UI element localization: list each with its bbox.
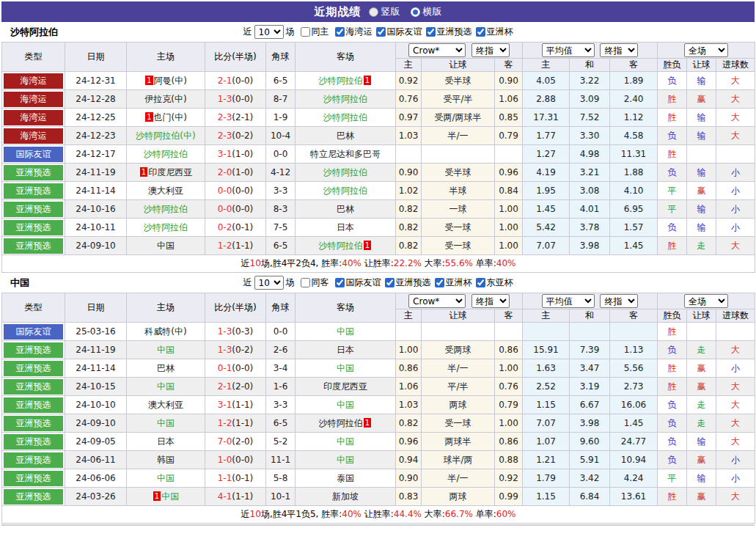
final-index-select-4[interactable]: 终指 — [600, 294, 638, 308]
cell-away-team: 沙特阿拉伯 — [296, 182, 396, 200]
col-result: 胜负 — [658, 309, 687, 323]
match-row: 海湾运24-12-23沙特阿拉伯(中)2-3(0-2)10-4巴林1.03半/一… — [2, 127, 755, 145]
col-date: 日期 — [65, 293, 127, 323]
cell-avg-away: 16.06 — [610, 396, 658, 414]
league-filter[interactable]: 海湾运 — [331, 26, 373, 38]
bookmaker-odds-group: Crow* 终指 — [396, 293, 523, 309]
league-checkbox[interactable] — [435, 278, 444, 287]
cell-handicap-result: 输 — [687, 200, 716, 219]
same-home-filter[interactable]: 同主 — [297, 26, 329, 38]
fulltime-select[interactable]: 全场 — [684, 43, 728, 57]
col-away: 客场 — [296, 293, 396, 323]
cell-home-odds: 0.96 — [396, 433, 422, 451]
final-index-select-3[interactable]: 终指 — [471, 294, 510, 308]
cell-result: 胜 — [658, 323, 687, 341]
cell-date: 24-11-19 — [65, 164, 127, 182]
league-label: 海湾运 — [346, 26, 373, 38]
summary-segment: 大率: — [422, 509, 445, 519]
team-label: 科威特(中) — [144, 326, 186, 337]
match-row: 海湾运24-12-28伊拉克(中)1-3(0-0)8-7沙特阿拉伯0.76受平/… — [2, 90, 755, 109]
final-index-select[interactable]: 终指 — [471, 43, 510, 57]
cell-handicap-result — [687, 145, 716, 164]
match-row: 亚洲预选24-09-05日本7-0(2-0)5-2中国0.96两球半0.861.… — [2, 433, 755, 451]
league-filter[interactable]: 亚洲预选 — [422, 26, 472, 38]
league-filter[interactable]: 亚洲杯 — [472, 26, 513, 38]
horizontal-radio[interactable] — [411, 7, 420, 17]
average-select-2[interactable]: 平均值 — [542, 294, 595, 308]
cell-home-odds: 0.97 — [396, 109, 422, 127]
cell-score: 1-3(0-3) — [205, 323, 266, 341]
cell-date: 24-12-17 — [65, 145, 127, 164]
league-checkbox[interactable] — [476, 27, 485, 37]
league-checkbox[interactable] — [335, 278, 345, 287]
league-checkbox[interactable] — [335, 27, 345, 37]
fulltime-select-2[interactable]: 全场 — [684, 294, 728, 308]
same-away-filter[interactable]: 同客 — [297, 276, 329, 289]
cell-score: 1-1(0-1) — [205, 469, 266, 488]
cell-home-odds: 1.02 — [396, 182, 422, 200]
league-filter[interactable]: 亚洲预选 — [381, 276, 431, 289]
cell-goals-result: 小 — [716, 469, 755, 488]
bookmaker-select[interactable]: Crow* — [408, 43, 466, 57]
matches-count-select-2[interactable]: 10 — [254, 276, 284, 290]
vertical-radio[interactable] — [369, 7, 378, 17]
cell-handicap: 一球 — [422, 200, 495, 219]
league-filter[interactable]: 国际友谊 — [373, 26, 422, 38]
league-checkbox[interactable] — [426, 27, 436, 37]
cell-date: 24-09-10 — [65, 237, 127, 255]
rank-badge: 1 — [145, 112, 153, 122]
cell-handicap: 两球半 — [422, 433, 495, 451]
cell-home-team: 伊拉克(中) — [127, 90, 205, 109]
team-label: 中国 — [337, 326, 354, 337]
cell-date: 24-09-10 — [65, 414, 127, 433]
team-label: 印度尼西亚 — [323, 381, 367, 392]
cell-result: 胜 — [658, 359, 687, 378]
bottom-divider — [1, 524, 755, 526]
team-label: 中国 — [337, 455, 354, 465]
cell-home-odds: 0.86 — [396, 359, 422, 378]
cell-handicap-result: 走 — [687, 396, 716, 414]
cell-result: 胜 — [658, 90, 687, 109]
col-goals: 进球数 — [716, 59, 755, 72]
same-away-checkbox[interactable] — [301, 278, 310, 287]
cell-handicap: 受两/两球半 — [422, 109, 495, 127]
cell-away-team: 中国 — [296, 359, 396, 378]
cell-avg-draw: 3.30 — [570, 127, 610, 145]
col-score: 比分(半场) — [205, 43, 266, 72]
summary-segment: 40% — [342, 509, 362, 519]
summary-row: 近10场,胜4平2负4, 胜率:40% 让胜率:22.2% 大率:55.6% 单… — [2, 255, 755, 273]
average-select[interactable]: 平均值 — [542, 43, 595, 57]
layout-option-horizontal[interactable]: 横版 — [411, 5, 442, 18]
league-checkbox[interactable] — [385, 278, 394, 287]
league-filter[interactable]: 亚洲杯 — [431, 276, 472, 289]
cell-goals-result: 小 — [716, 200, 755, 219]
cell-avg-away — [610, 323, 658, 341]
cell-corners: 8-7 — [266, 90, 296, 109]
matches-count-select[interactable]: 10 — [254, 25, 284, 39]
cell-goals-result — [716, 145, 755, 164]
bookmaker-select-2[interactable]: Crow* — [408, 294, 466, 308]
team-label: 沙特阿拉伯 — [319, 76, 363, 86]
competition-badge: 国际友谊 — [4, 147, 63, 162]
final-index-select-2[interactable]: 终指 — [600, 43, 638, 57]
same-home-label: 同主 — [312, 26, 329, 38]
cell-result: 胜 — [658, 488, 687, 506]
league-checkbox[interactable] — [376, 27, 386, 37]
competition-badge: 亚洲预选 — [4, 220, 63, 235]
league-filter[interactable]: 东亚杯 — [472, 276, 513, 289]
league-filter[interactable]: 国际友谊 — [331, 276, 381, 289]
cell-home-odds: 0.82 — [396, 414, 422, 433]
cell-goals-result: 小 — [716, 182, 755, 200]
layout-radio-group: 竖版 横版 — [369, 5, 442, 18]
league-checkbox[interactable] — [476, 278, 485, 287]
cell-home-team: 韩国 — [127, 451, 205, 469]
same-home-checkbox[interactable] — [301, 27, 310, 37]
cell-home-odds: 0.83 — [396, 488, 422, 506]
cell-home-team: 澳大利亚 — [127, 396, 205, 414]
cell-date: 24-10-10 — [65, 396, 127, 414]
average-odds-group: 平均值 终指 — [523, 293, 658, 309]
team-label: 中国 — [157, 381, 175, 392]
layout-option-vertical[interactable]: 竖版 — [369, 5, 400, 18]
cell-handicap-result: 走 — [687, 237, 716, 255]
cell-handicap-result: 输 — [687, 433, 716, 451]
